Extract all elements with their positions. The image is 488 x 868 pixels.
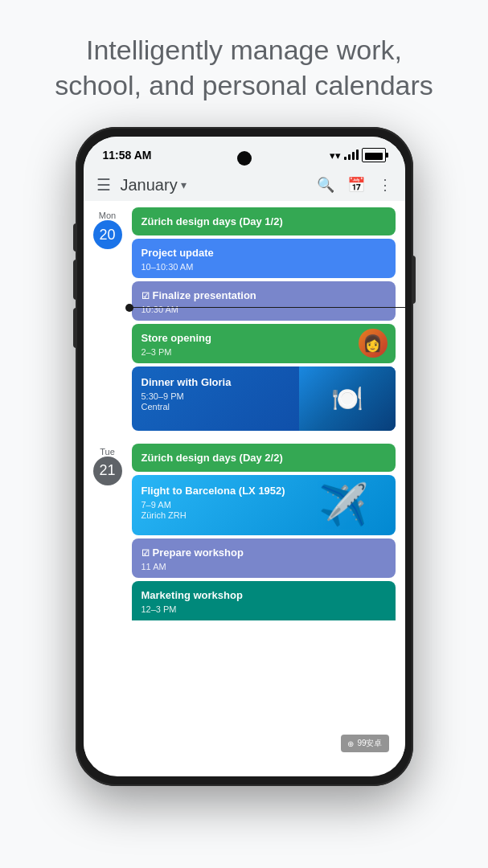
calendar-today-icon[interactable]: 📅 bbox=[347, 176, 365, 194]
event-title: ☑Finalize presentation bbox=[141, 289, 256, 301]
day-section-tuesday: Tue 21 Zürich design days (Day 2/2) Flig… bbox=[84, 437, 405, 627]
event-time: 7–9 AM bbox=[141, 500, 306, 510]
hero-text: Intelligently manage work, school, and p… bbox=[0, 0, 488, 127]
event-time: 5:30–9 PM bbox=[141, 391, 386, 401]
signal-icon bbox=[344, 150, 359, 160]
time-indicator-dot bbox=[125, 304, 133, 312]
day-number-20: 20 bbox=[93, 220, 122, 249]
event-prepare-workshop[interactable]: ☑Prepare workshop 11 AM bbox=[132, 538, 396, 578]
event-zurich-day2[interactable]: Zürich design days (Day 2/2) bbox=[132, 444, 396, 472]
day-label-monday: Mon 20 bbox=[84, 207, 132, 431]
watermark: ⊕ 99安卓 bbox=[341, 735, 388, 752]
hero-section: Intelligently manage work, school, and p… bbox=[0, 0, 488, 127]
event-time: 10–10:30 AM bbox=[141, 262, 386, 272]
power-button bbox=[412, 256, 416, 304]
event-store-opening[interactable]: Store opening 2–3 PM 👩 bbox=[132, 324, 396, 363]
month-label: January bbox=[121, 176, 178, 194]
event-flight-barcelona[interactable]: Flight to Barcelona (LX 1952) 7–9 AM Zür… bbox=[132, 475, 396, 535]
event-title: Zürich design days (Day 2/2) bbox=[141, 452, 283, 464]
month-dropdown-arrow[interactable]: ▾ bbox=[181, 178, 187, 191]
menu-icon[interactable]: ☰ bbox=[96, 175, 111, 194]
silent-button bbox=[73, 223, 76, 252]
event-location: Zürich ZRH bbox=[141, 510, 306, 520]
status-time: 11:58 AM bbox=[103, 149, 152, 162]
event-title: Project update bbox=[141, 247, 214, 259]
event-location: Central bbox=[141, 402, 386, 411]
day-label-tuesday: Tue 21 bbox=[84, 444, 132, 620]
volume-up-button bbox=[73, 260, 76, 300]
app-header: ☰ January ▾ 🔍 📅 ⋮ bbox=[84, 169, 405, 201]
event-time: 12–3 PM bbox=[141, 604, 386, 614]
event-time: 2–3 PM bbox=[141, 347, 351, 357]
day-number-21: 21 bbox=[93, 457, 122, 485]
phone-screen: 11:58 AM ▾▾ ☰ bbox=[84, 137, 405, 776]
event-title: Zürich design days (Day 1/2) bbox=[141, 215, 283, 227]
event-time: 10:30 AM bbox=[141, 305, 386, 314]
event-title: Flight to Barcelona (LX 1952) bbox=[141, 485, 285, 497]
day-section-monday: Mon 20 Zürich design days (Day 1/2) Proj… bbox=[84, 201, 405, 437]
event-title: Marketing workshop bbox=[141, 589, 243, 601]
watermark-text: 99安卓 bbox=[357, 738, 382, 749]
status-icons: ▾▾ bbox=[330, 148, 386, 162]
more-options-icon[interactable]: ⋮ bbox=[378, 176, 392, 194]
day-name-mon: Mon bbox=[99, 211, 116, 220]
avatar: 👩 bbox=[359, 329, 388, 358]
events-monday: Zürich design days (Day 1/2) Project upd… bbox=[132, 207, 405, 431]
event-title: Store opening bbox=[141, 332, 211, 344]
volume-down-button bbox=[73, 308, 76, 348]
search-icon[interactable]: 🔍 bbox=[317, 176, 334, 194]
event-dinner-gloria[interactable]: Dinner with Gloria 5:30–9 PM Central 🍽️ bbox=[132, 366, 396, 431]
event-title: ☑Prepare workshop bbox=[141, 547, 244, 559]
battery-icon bbox=[362, 148, 386, 162]
camera-hole bbox=[237, 151, 252, 166]
event-finalize-presentation[interactable]: ☑Finalize presentation 10:30 AM bbox=[132, 281, 396, 321]
header-actions: 🔍 📅 ⋮ bbox=[317, 176, 392, 194]
wifi-icon: ▾▾ bbox=[330, 149, 341, 162]
task-check-icon: ☑ bbox=[141, 291, 150, 301]
task-check-icon: ☑ bbox=[141, 548, 150, 558]
event-time: 11 AM bbox=[141, 562, 386, 571]
calendar-content: Mon 20 Zürich design days (Day 1/2) Proj… bbox=[84, 201, 405, 760]
event-zurich-day1[interactable]: Zürich design days (Day 1/2) bbox=[132, 207, 396, 235]
event-title: Dinner with Gloria bbox=[141, 376, 232, 388]
event-project-update[interactable]: Project update 10–10:30 AM bbox=[132, 239, 396, 278]
events-tuesday: Zürich design days (Day 2/2) Flight to B… bbox=[132, 444, 405, 620]
header-title: January ▾ bbox=[121, 176, 307, 194]
watermark-icon: ⊕ bbox=[347, 739, 354, 748]
event-marketing-workshop[interactable]: Marketing workshop 12–3 PM bbox=[132, 581, 396, 620]
phone-mockup: 11:58 AM ▾▾ ☰ bbox=[76, 127, 413, 786]
day-name-tue: Tue bbox=[100, 447, 115, 457]
time-indicator-line bbox=[129, 307, 405, 308]
